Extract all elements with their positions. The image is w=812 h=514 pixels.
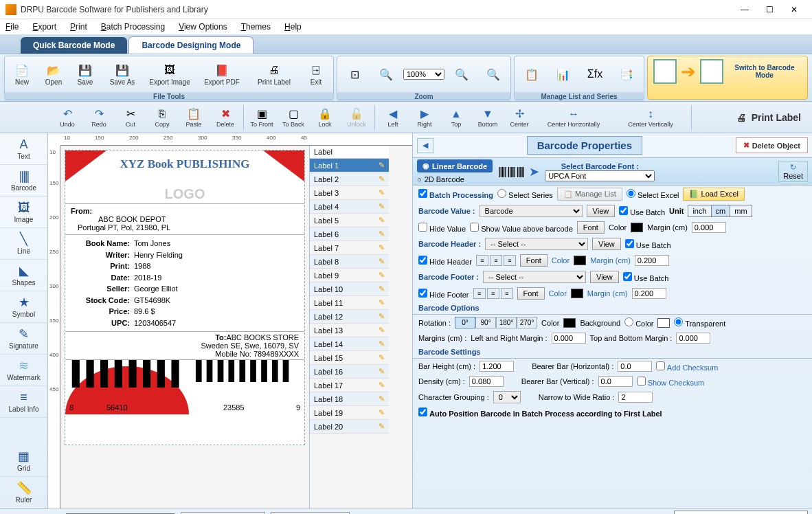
2d-barcode-radio[interactable]: ○ 2D Barcode: [417, 175, 493, 183]
list-btn-4[interactable]: 📑: [612, 58, 641, 91]
value-font-button[interactable]: Font: [577, 221, 605, 234]
close-button[interactable]: ✕: [782, 0, 807, 19]
linear-barcode-radio[interactable]: ◉ Linear Barcode: [417, 159, 493, 172]
delete-object-button[interactable]: ✖Delete Object: [736, 137, 808, 153]
minimize-button[interactable]: —: [732, 0, 757, 19]
footer-select[interactable]: -- Select --: [483, 271, 586, 283]
redo-button[interactable]: ↷Redo: [84, 104, 114, 131]
props-back-button[interactable]: ◀: [417, 138, 433, 153]
list-btn-1[interactable]: 📋: [517, 58, 546, 91]
select-series-radio[interactable]: Select Series: [497, 189, 553, 199]
label-list-item[interactable]: Label 12✎: [310, 310, 389, 324]
hide-footer-check[interactable]: Hide Footer: [418, 289, 469, 299]
label-list-item[interactable]: Label 18✎: [310, 392, 389, 406]
tool-signature[interactable]: ✎Signature: [0, 323, 47, 355]
pencil-icon[interactable]: ✎: [379, 271, 385, 280]
menu-help[interactable]: Help: [284, 22, 302, 32]
view-value-button[interactable]: View: [587, 205, 616, 217]
export-image-button[interactable]: 🖼Export Image: [145, 58, 194, 91]
pencil-icon[interactable]: ✎: [379, 381, 385, 390]
footer-color-swatch[interactable]: [571, 289, 583, 298]
maximize-button[interactable]: ☐: [757, 0, 782, 19]
print-label-button[interactable]: 🖨Print Label: [249, 58, 299, 91]
pencil-icon[interactable]: ✎: [379, 161, 385, 170]
density-input[interactable]: [469, 376, 504, 387]
lock-button[interactable]: 🔒Lock: [310, 104, 340, 131]
menu-view[interactable]: View Options: [179, 22, 227, 32]
unit-selector[interactable]: inchcmmm: [688, 205, 752, 217]
header-align[interactable]: ≡≡≡: [476, 255, 516, 266]
label-list-item[interactable]: Label 11✎: [310, 296, 389, 310]
label-list-item[interactable]: Label 20✎: [310, 420, 389, 434]
view-footer-button[interactable]: View: [590, 271, 619, 283]
saveas-button[interactable]: 💾Save As: [102, 58, 142, 91]
align-bottom-button[interactable]: ▼Bottom: [473, 104, 503, 131]
view-header-button[interactable]: View: [592, 238, 621, 250]
hide-header-check[interactable]: Hide Header: [418, 256, 472, 266]
menu-export[interactable]: Export: [32, 22, 56, 32]
undo-button[interactable]: ↶Undo: [52, 104, 82, 131]
pencil-icon[interactable]: ✎: [379, 312, 385, 321]
bg-color-radio[interactable]: Color: [624, 317, 653, 328]
tool-ruler[interactable]: 📏Ruler: [0, 477, 47, 509]
open-button[interactable]: 📂Open: [39, 58, 68, 91]
header-select[interactable]: -- Select --: [485, 238, 588, 250]
tool-grid[interactable]: ▦Grid: [0, 445, 47, 477]
header-font-button[interactable]: Font: [520, 254, 548, 267]
center-h-button[interactable]: ↔Center Horizontally: [536, 104, 611, 131]
chargroup-select[interactable]: 0: [493, 391, 521, 403]
zoom-fit-button[interactable]: ⊡: [340, 58, 369, 91]
barcode-font-select[interactable]: UPCA Font: [545, 170, 655, 181]
tool-symbol[interactable]: ★Symbol: [0, 291, 47, 323]
pencil-icon[interactable]: ✎: [379, 339, 385, 348]
manage-list-button[interactable]: 📋 Manage List: [557, 188, 622, 201]
pencil-icon[interactable]: ✎: [379, 230, 385, 238]
paste-button[interactable]: 📋Paste: [179, 104, 209, 131]
header-margin-input[interactable]: [635, 255, 669, 266]
exit-button[interactable]: ⍈Exit: [302, 58, 330, 91]
list-btn-2[interactable]: 📊: [549, 58, 578, 91]
pencil-icon[interactable]: ✎: [379, 257, 385, 266]
label-list-item[interactable]: Label 13✎: [310, 324, 389, 337]
pencil-icon[interactable]: ✎: [379, 394, 385, 403]
show-checksum-check[interactable]: Show Checksum: [637, 377, 705, 387]
value-margin-input[interactable]: [692, 222, 726, 233]
label-list-item[interactable]: Label 15✎: [310, 351, 389, 365]
footer-align[interactable]: ≡≡≡: [473, 288, 513, 299]
label-list-item[interactable]: Label 14✎: [310, 337, 389, 351]
header-color-swatch[interactable]: [574, 256, 586, 265]
label-list-item[interactable]: Label 4✎: [310, 200, 389, 214]
pencil-icon[interactable]: ✎: [379, 422, 385, 431]
lr-margin-input[interactable]: [552, 333, 586, 344]
load-excel-button[interactable]: 📗 Load Excel: [683, 188, 745, 201]
add-checksum-check[interactable]: Add Checksum: [656, 361, 718, 372]
zoom-reset-button[interactable]: 🔍: [479, 58, 508, 91]
ribbon-switch[interactable]: ➔ Switch to Barcode Mode: [647, 56, 808, 100]
label-list-item[interactable]: Label 19✎: [310, 406, 389, 420]
unlock-button[interactable]: 🔓Unlock: [341, 104, 372, 131]
export-pdf-button[interactable]: 📕Export PDF: [197, 58, 247, 91]
bg-color-swatch[interactable]: [657, 318, 670, 328]
zoom-in-button[interactable]: 🔍: [372, 58, 401, 91]
label-list-item[interactable]: Label 10✎: [310, 282, 389, 296]
bearer-v-input[interactable]: [598, 376, 633, 387]
label-list-item[interactable]: Label 7✎: [310, 241, 389, 255]
tool-barcode[interactable]: |||||Barcode: [0, 165, 47, 197]
pencil-icon[interactable]: ✎: [379, 284, 385, 293]
use-batch-footer[interactable]: Use Batch: [623, 272, 669, 282]
menu-themes[interactable]: Themes: [241, 22, 271, 32]
label-list-item[interactable]: Label 1✎: [310, 159, 389, 172]
pencil-icon[interactable]: ✎: [379, 175, 385, 183]
use-batch-check[interactable]: Use Batch: [619, 206, 665, 216]
footer-font-button[interactable]: Font: [517, 287, 545, 300]
pencil-icon[interactable]: ✎: [379, 202, 385, 211]
barcode-value-input[interactable]: Barcode: [480, 205, 583, 217]
label-list-item[interactable]: Label 3✎: [310, 186, 389, 200]
toback-button[interactable]: ▢To Back: [278, 104, 308, 131]
label-list-item[interactable]: Label 2✎: [310, 172, 389, 186]
select-excel-radio[interactable]: Select Excel: [627, 189, 679, 199]
show-above-check[interactable]: Show Value above barcode: [470, 223, 573, 233]
reset-button[interactable]: ↻Reset: [778, 161, 808, 182]
print-label-big-button[interactable]: 🖨Print Label: [736, 112, 801, 123]
align-top-button[interactable]: ▲Top: [441, 104, 471, 131]
